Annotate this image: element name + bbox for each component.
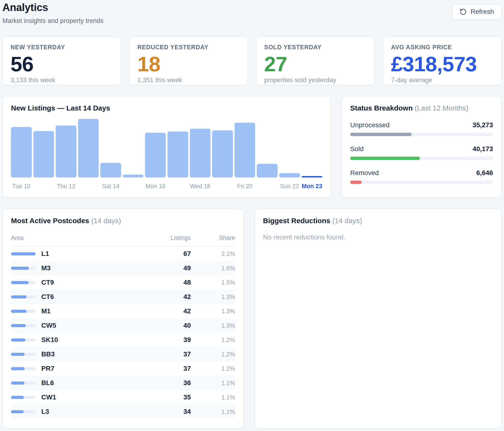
status-row-head: Sold40,173	[350, 145, 493, 153]
x-axis-label	[167, 183, 188, 190]
column-header-share: Share	[191, 234, 235, 241]
table-row-m1: M1421.3%	[11, 304, 235, 318]
x-axis-label	[123, 183, 144, 190]
status-row-unprocessed: Unprocessed35,273	[350, 121, 493, 136]
table-row-pr7: PR7371.2%	[11, 361, 235, 376]
stat-card-avg-asking-price: AVG ASKING PRICE£318,5737-day average	[383, 37, 502, 85]
refresh-icon	[459, 8, 467, 15]
area-activity-bar	[11, 281, 36, 284]
bar-chart-x-axis: Tue 10Thu 12Sat 14Mon 16Wed 18Fri 20Sun …	[11, 183, 322, 190]
area-activity-bar	[11, 367, 36, 370]
listings-value: 37	[160, 350, 191, 358]
status-row-head: Removed6,646	[350, 169, 493, 177]
listings-value: 42	[160, 307, 191, 315]
x-axis-label: Sat 14	[100, 183, 121, 190]
area-activity-bar-fill	[11, 310, 27, 313]
reductions-subtitle: (14 days)	[332, 217, 362, 225]
x-axis-label: Thu 12	[56, 183, 76, 190]
share-value: 1.1%	[191, 408, 235, 415]
chart-bar-sat-21	[257, 164, 278, 178]
status-progress-track	[350, 157, 493, 160]
stat-card-sold-yesterday: SOLD YESTERDAY27properties sold yesterda…	[256, 37, 375, 85]
area-name: CT6	[41, 293, 54, 301]
refresh-button[interactable]: Refresh	[452, 4, 502, 20]
chart-bar-wed-18	[190, 129, 211, 178]
stat-card-subtext: properties sold yesterday	[264, 76, 367, 84]
listings-value: 42	[160, 293, 191, 301]
column-header-listings: Listings	[160, 234, 191, 241]
chart-bar-mon-23	[302, 176, 323, 178]
area-cell: M3	[11, 264, 160, 272]
page-subtitle: Market insights and property trends	[2, 17, 502, 25]
reductions-empty-message: No recent reductions found.	[263, 234, 493, 241]
area-activity-bar-fill	[11, 367, 25, 370]
chart-bar-fri-13	[78, 119, 99, 178]
listings-value: 37	[160, 365, 191, 372]
area-activity-bar-fill	[11, 295, 27, 299]
share-value: 1.2%	[191, 337, 235, 343]
area-name: L1	[41, 250, 49, 258]
column-header-area: Area	[11, 234, 160, 241]
x-axis-label: Fri 20	[234, 183, 255, 190]
chart-bar-tue-10	[11, 127, 32, 178]
postcodes-table-body: L1672.1%M3491.6%CT9481.5%CT6421.3%M1421.…	[11, 247, 235, 419]
status-breakdown-title-text: Status Breakdown	[350, 104, 413, 112]
area-cell: CT6	[11, 293, 160, 301]
status-label: Unprocessed	[350, 121, 390, 129]
chart-bar-tue-17	[167, 131, 188, 178]
refresh-label: Refresh	[471, 8, 494, 16]
chart-bar-wed-11	[33, 131, 54, 178]
stat-cards-row: NEW YESTERDAY563,133 this weekREDUCED YE…	[2, 37, 502, 85]
status-breakdown-subtitle: (Last 12 Months)	[415, 104, 468, 112]
area-activity-bar	[11, 410, 36, 413]
status-value: 35,273	[472, 121, 493, 129]
stat-card-label: AVG ASKING PRICE	[391, 44, 494, 51]
area-cell: BL6	[11, 379, 160, 387]
area-name: BL6	[41, 379, 54, 387]
area-activity-bar	[11, 267, 36, 270]
stat-card-subtext: 1,351 this week	[137, 76, 240, 84]
status-row-head: Unprocessed35,273	[350, 121, 493, 129]
area-cell: M1	[11, 307, 160, 315]
chart-bar-mon-16	[145, 133, 166, 178]
status-label: Removed	[350, 169, 379, 177]
chart-bar-fri-20	[234, 123, 255, 178]
area-name: L3	[41, 408, 49, 415]
area-activity-bar-fill	[11, 396, 24, 399]
listings-value: 48	[160, 279, 191, 286]
listings-value: 36	[160, 379, 191, 387]
area-activity-bar	[11, 382, 36, 384]
share-value: 2.1%	[191, 250, 235, 257]
stat-card-label: NEW YESTERDAY	[10, 44, 113, 51]
share-value: 1.5%	[191, 279, 235, 286]
x-axis-label: Mon 23	[302, 183, 323, 190]
chart-bar-sat-14	[100, 163, 121, 178]
x-axis-label: Tue 10	[11, 183, 32, 190]
area-cell: CT9	[11, 279, 160, 286]
table-row-bb3: BB3371.2%	[11, 347, 235, 361]
share-value: 1.2%	[191, 351, 235, 358]
area-cell: L1	[11, 250, 160, 258]
postcodes-title: Most Active Postcodes (14 days)	[11, 217, 235, 225]
area-activity-bar-fill	[11, 338, 25, 342]
area-cell: SK10	[11, 336, 160, 344]
stat-card-subtext: 3,133 this week	[10, 76, 113, 84]
status-progress-track	[350, 181, 493, 184]
area-activity-bar-fill	[11, 353, 25, 356]
stat-card-value: 18	[137, 53, 240, 75]
table-row-l3: L3341.1%	[11, 404, 235, 419]
share-value: 1.3%	[191, 308, 235, 315]
area-name: CW5	[41, 322, 56, 329]
status-breakdown-card: Status Breakdown (Last 12 Months) Unproc…	[342, 96, 502, 198]
stat-card-new-yesterday: NEW YESTERDAY563,133 this week	[2, 37, 121, 85]
area-activity-bar-fill	[11, 324, 26, 327]
reductions-title-text: Biggest Reductions	[263, 217, 330, 225]
area-cell: CW5	[11, 322, 160, 329]
x-axis-label: Sun 22	[279, 183, 300, 190]
stat-card-subtext: 7-day average	[391, 76, 494, 84]
status-value: 6,646	[476, 169, 493, 177]
share-value: 1.6%	[191, 265, 235, 272]
share-value: 1.1%	[191, 380, 235, 386]
area-activity-bar	[11, 353, 36, 356]
area-activity-bar	[11, 310, 36, 313]
